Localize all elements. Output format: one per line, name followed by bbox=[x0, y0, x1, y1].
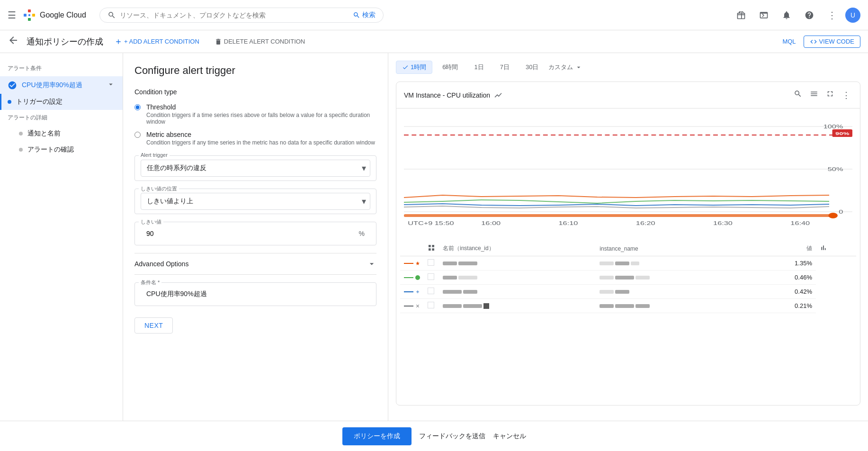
notification-dot bbox=[19, 132, 23, 135]
nav-icons: ⋮ U bbox=[732, 6, 860, 25]
x-marker-icon bbox=[415, 304, 420, 308]
cancel-button[interactable]: キャンセル bbox=[493, 432, 526, 441]
back-button[interactable] bbox=[8, 35, 19, 48]
legend-value-header: 値 bbox=[749, 241, 815, 256]
add-icon bbox=[115, 38, 122, 45]
chart-more-icon[interactable]: ⋮ bbox=[840, 88, 852, 102]
legend-row: 0.21% bbox=[400, 299, 856, 313]
legend-checkbox-2[interactable] bbox=[428, 273, 434, 280]
chart-title: VM Instance - CPU utilization bbox=[404, 91, 502, 99]
search-button[interactable]: 検索 bbox=[353, 11, 376, 19]
legend-table: 名前（instance_id） instance_name 値 bbox=[400, 241, 856, 313]
svg-marker-22 bbox=[416, 261, 420, 265]
sidebar-item-trigger[interactable]: トリガーの設定 bbox=[0, 94, 123, 110]
grid-icon bbox=[428, 244, 435, 252]
legend-checkbox-header bbox=[424, 241, 439, 256]
legend-instance-4 bbox=[596, 299, 749, 313]
advanced-options-expand-icon bbox=[367, 259, 376, 269]
avatar[interactable]: U bbox=[845, 8, 860, 23]
chart-actions: ⋮ bbox=[792, 88, 852, 102]
threshold-position-select-wrapper[interactable]: しきい値より上 ▾ しきい値より上 bbox=[141, 193, 370, 210]
add-alert-condition-button[interactable]: + ADD ALERT CONDITION bbox=[111, 38, 203, 45]
threshold-position-field: しきい値の位置 しきい値より上 ▾ しきい値より上 bbox=[134, 189, 376, 214]
condition-name-input[interactable] bbox=[141, 287, 370, 302]
time-btn-30d[interactable]: 30日 bbox=[519, 61, 545, 74]
time-btn-custom[interactable]: カスタム bbox=[548, 63, 582, 72]
search-input[interactable] bbox=[120, 11, 349, 19]
delete-alert-condition-button[interactable]: DELETE ALERT CONDITION bbox=[211, 38, 309, 45]
svg-text:16:20: 16:20 bbox=[636, 221, 655, 226]
time-range-selector: 1時間 6時間 1日 7日 30日 カスタム bbox=[396, 61, 860, 74]
svg-rect-0 bbox=[24, 14, 27, 17]
svg-rect-2 bbox=[32, 14, 35, 17]
chart-settings-icon[interactable] bbox=[494, 91, 502, 99]
view-code-button[interactable]: VIEW CODE bbox=[804, 36, 860, 48]
search-bar[interactable]: 検索 bbox=[99, 8, 384, 23]
threshold-value-legend: しきい値 bbox=[139, 218, 163, 226]
chart-zoom-icon[interactable] bbox=[792, 88, 804, 102]
threshold-input[interactable] bbox=[141, 226, 370, 241]
time-btn-7d[interactable]: 7日 bbox=[494, 61, 516, 74]
help-icon[interactable] bbox=[800, 6, 819, 25]
legend-row: 0.46% bbox=[400, 271, 856, 285]
sidebar-item-confirm[interactable]: アラートの確認 bbox=[0, 142, 123, 158]
condition-type-radio-group: Threshold Condition triggers if a time s… bbox=[134, 103, 376, 146]
svg-text:16:10: 16:10 bbox=[559, 221, 578, 226]
threshold-radio[interactable] bbox=[134, 104, 141, 110]
content-area: Configure alert trigger Condition type T… bbox=[123, 53, 868, 421]
legend-value-4: 0.21% bbox=[749, 299, 815, 313]
time-btn-1d[interactable]: 1日 bbox=[468, 61, 490, 74]
legend-checkbox-1[interactable] bbox=[428, 259, 434, 266]
notification-icon[interactable] bbox=[777, 6, 796, 25]
form-panel: Configure alert trigger Condition type T… bbox=[123, 53, 388, 421]
menu-icon[interactable]: ☰ bbox=[8, 9, 16, 21]
check-circle-icon bbox=[8, 81, 17, 90]
chart-header: VM Instance - CPU utilization bbox=[396, 82, 860, 108]
sidebar-item-cpu[interactable]: CPU使用率90%超過 bbox=[0, 76, 123, 94]
legend-checkbox-4[interactable] bbox=[428, 302, 434, 308]
time-btn-1h[interactable]: 1時間 bbox=[396, 61, 432, 74]
legend-name-header: 名前（instance_id） bbox=[439, 241, 596, 256]
threshold-input-wrapper: % bbox=[141, 226, 370, 241]
sidebar-item-notification[interactable]: 通知と名前 bbox=[0, 126, 123, 142]
chart-svg: 90% UTC+9 15:50 16:00 16:10 bbox=[404, 112, 852, 226]
terminal-icon[interactable] bbox=[754, 6, 773, 25]
code-icon bbox=[810, 38, 817, 45]
legend-checkbox-3[interactable] bbox=[428, 288, 434, 294]
alert-trigger-outlined: Alert trigger 任意の時系列の違反 ▾ 任意の時系列の違反 bbox=[134, 155, 376, 181]
metric-absence-radio[interactable] bbox=[134, 132, 141, 138]
legend-value-3: 0.42% bbox=[749, 285, 815, 299]
chart-fullscreen-icon[interactable] bbox=[824, 88, 836, 102]
page-title: 通知ポリシーの作成 bbox=[27, 36, 103, 47]
threshold-radio-item: Threshold Condition triggers if a time s… bbox=[134, 103, 376, 125]
chart-legend-icon[interactable] bbox=[808, 88, 820, 102]
secondary-nav: 通知ポリシーの作成 + ADD ALERT CONDITION DELETE A… bbox=[0, 30, 868, 53]
legend-container: 名前（instance_id） instance_name 値 bbox=[396, 241, 860, 313]
active-dot bbox=[8, 100, 11, 104]
feedback-button[interactable]: フィードバックを送信 bbox=[419, 432, 485, 441]
custom-dropdown-icon bbox=[575, 63, 582, 71]
alert-conditions-section-title: アラート条件 bbox=[0, 61, 123, 76]
google-cloud-logo-icon bbox=[22, 8, 37, 23]
main-layout: アラート条件 CPU使用率90%超過 トリガーの設定 アラートの詳細 通知と名前… bbox=[0, 53, 868, 421]
sidebar: アラート条件 CPU使用率90%超過 トリガーの設定 アラートの詳細 通知と名前… bbox=[0, 53, 123, 421]
threshold-radio-label: Threshold bbox=[146, 103, 376, 111]
more-icon[interactable]: ⋮ bbox=[823, 6, 841, 25]
gift-icon[interactable] bbox=[732, 6, 751, 25]
svg-text:50%: 50% bbox=[828, 167, 843, 172]
svg-rect-1 bbox=[28, 9, 31, 12]
next-button[interactable]: NEXT bbox=[134, 317, 173, 334]
create-policy-button[interactable]: ポリシーを作成 bbox=[342, 427, 412, 445]
alert-trigger-select-wrapper[interactable]: 任意の時系列の違反 ▾ 任意の時系列の違反 bbox=[141, 160, 370, 177]
chart-card: VM Instance - CPU utilization bbox=[396, 81, 860, 406]
advanced-options-header[interactable]: Advanced Options bbox=[134, 253, 376, 275]
delete-icon bbox=[215, 38, 222, 45]
mql-link[interactable]: MQL bbox=[782, 38, 796, 45]
confirm-dot bbox=[19, 148, 23, 152]
search-submit-icon bbox=[353, 11, 360, 19]
time-btn-6h[interactable]: 6時間 bbox=[436, 61, 464, 74]
form-title: Configure alert trigger bbox=[134, 64, 376, 77]
expand-icon bbox=[107, 80, 115, 90]
alert-trigger-field: Alert trigger 任意の時系列の違反 ▾ 任意の時系列の違反 bbox=[134, 155, 376, 181]
legend-value-2: 0.46% bbox=[749, 271, 815, 285]
